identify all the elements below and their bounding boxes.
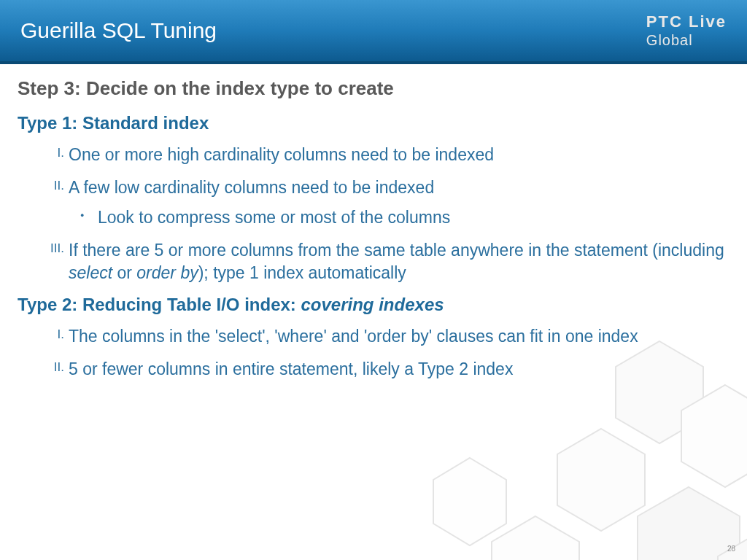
list-text: A few low cardinality columns need to be… xyxy=(69,178,434,197)
list-text: One or more high cardinality columns nee… xyxy=(69,145,494,164)
type1-heading: Type 1: Standard index xyxy=(18,113,729,133)
list-marker: II. xyxy=(36,178,64,195)
list-text: 5 or fewer columns in entire statement, … xyxy=(69,359,513,378)
svg-marker-5 xyxy=(433,458,506,545)
list-item: II. A few low cardinality columns need t… xyxy=(69,176,729,229)
type2-heading: Type 2: Reducing Table I/O index: coveri… xyxy=(18,295,729,315)
brand-logo: PTC Live Global xyxy=(646,12,727,49)
brand-top: PTC Live xyxy=(646,12,727,31)
list-item: III. If there are 5 or more columns from… xyxy=(69,239,729,284)
slide-title: Guerilla SQL Tuning xyxy=(20,18,217,43)
svg-marker-2 xyxy=(557,429,645,531)
step-heading: Step 3: Decide on the index type to crea… xyxy=(18,77,729,100)
page-number: 28 xyxy=(727,545,735,553)
list-marker: I. xyxy=(36,145,64,162)
list-text: If there are 5 or more columns from the … xyxy=(69,241,724,282)
slide-content: Step 3: Decide on the index type to crea… xyxy=(0,64,747,404)
list-item: I. One or more high cardinality columns … xyxy=(69,144,729,166)
list-marker: II. xyxy=(36,359,64,376)
svg-marker-3 xyxy=(638,487,740,560)
list-text: The columns in the 'select', 'where' and… xyxy=(69,327,638,346)
list-marker: I. xyxy=(36,327,64,343)
list-marker: III. xyxy=(36,241,64,257)
list-item: II. 5 or fewer columns in entire stateme… xyxy=(69,358,729,381)
sub-list: Look to compress some or most of the col… xyxy=(69,206,729,229)
type2-list: I. The columns in the 'select', 'where' … xyxy=(18,325,729,381)
brand-bottom: Global xyxy=(646,31,727,49)
sub-list-item: Look to compress some or most of the col… xyxy=(98,206,729,229)
slide-header: Guerilla SQL Tuning PTC Live Global xyxy=(0,0,747,64)
type1-list: I. One or more high cardinality columns … xyxy=(18,144,729,284)
list-item: I. The columns in the 'select', 'where' … xyxy=(69,325,729,348)
